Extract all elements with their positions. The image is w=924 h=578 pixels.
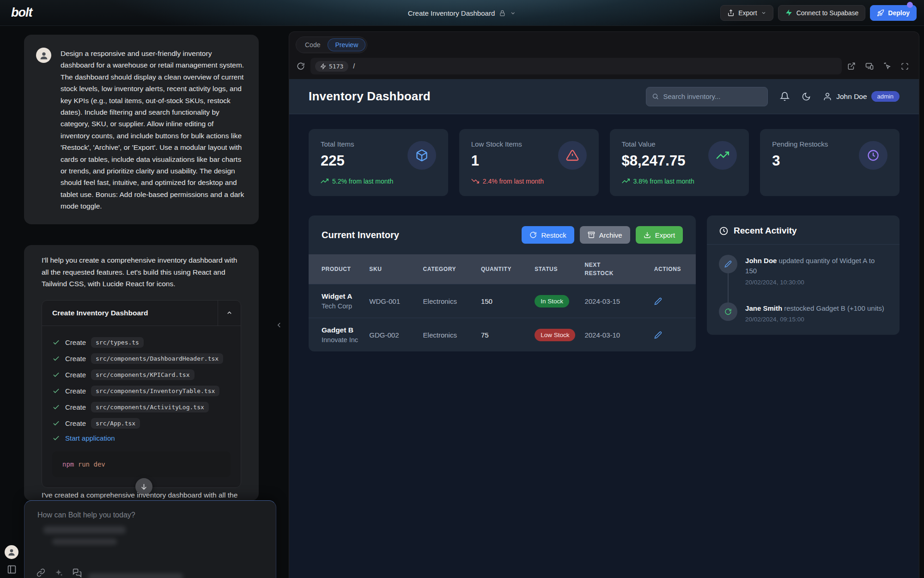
restock-button[interactable]: Restock [522,226,574,244]
preview-panel: Code Preview 5173 / [289,31,919,578]
top-bar: bolt Create Inventory Dashboard Export C… [0,0,924,26]
reload-icon[interactable] [297,62,305,70]
assistant-intro-text: I'll help you create a comprehensive inv… [42,254,241,290]
export-csv-button[interactable]: Export [636,226,683,244]
chevron-down-icon [761,10,766,16]
archive-icon [588,231,595,239]
user-avatar [36,48,51,63]
file-chip[interactable]: src/components/KPICard.tsx [91,369,195,380]
activity-item: John Doe updated quantity of Widget A to… [719,255,888,302]
share-icon [727,9,735,17]
redacted-text [52,539,117,545]
role-badge: admin [871,91,900,102]
inventory-title: Current Inventory [322,230,399,240]
start-application-link[interactable]: Start application [65,434,115,442]
arrow-down-icon [140,483,148,491]
dark-mode-toggle-icon[interactable] [802,92,811,101]
column-header[interactable]: SKU [369,254,423,284]
port-pill[interactable]: 5173 [315,61,348,72]
devices-icon[interactable] [865,62,874,70]
chevron-down-icon [510,10,516,16]
open-external-icon[interactable] [847,62,856,70]
user-message: Design a responsive and user-friendly in… [24,35,259,224]
rocket-icon [877,9,884,17]
alert-triangle-icon [558,141,587,170]
column-header[interactable]: Status [535,254,584,284]
kpi-card-low-stock: Low Stock Items 1 2.4% from last month [459,129,599,196]
column-header[interactable]: Actions [654,254,696,284]
chat-panel: Design a responsive and user-friendly in… [0,26,289,578]
user-icon [823,92,832,101]
file-chip[interactable]: src/components/ActivityLog.tsx [91,402,209,412]
refresh-icon [529,231,537,239]
check-icon [52,403,60,411]
collapse-steps-button[interactable] [218,301,241,326]
pencil-icon [719,255,737,273]
builder-steps-card: Create Inventory Dashboard Create src/ty… [42,300,241,488]
connect-supabase-button[interactable]: Connect to Supabase [778,5,866,21]
check-icon [52,338,60,346]
fullscreen-icon[interactable] [901,62,909,70]
file-chip[interactable]: src/components/InventoryTable.tsx [91,386,219,396]
clock-icon [719,226,729,236]
column-header[interactable]: Next Restock [584,254,654,284]
user-message-text: Design a responsive and user-friendly in… [61,48,244,212]
kpi-card-pending-restocks: Pending Restocks 3 [760,129,900,196]
chat-input[interactable] [37,511,259,525]
archive-button[interactable]: Archive [580,226,630,244]
attach-link-icon[interactable] [36,568,45,578]
build-step: Create src/components/InventoryTable.tsx [52,383,231,399]
terminal-block: npm run dev [52,451,231,477]
project-title-menu[interactable]: Create Inventory Dashboard [408,0,516,26]
bolt-logo[interactable]: bolt [7,6,32,20]
project-title: Create Inventory Dashboard [408,9,495,17]
column-header[interactable]: Product [309,254,369,284]
chat-bubbles-icon[interactable] [73,568,82,578]
preview-app: Inventory Dashboard John Doe admin [289,79,919,578]
assistant-message: I'll help you create a comprehensive inv… [24,245,259,501]
check-icon [52,387,60,395]
bell-icon[interactable] [780,92,790,101]
user-menu[interactable]: John Doe admin [823,91,900,102]
column-header[interactable]: Category [423,254,481,284]
user-name: John Doe [836,92,867,101]
account-avatar[interactable] [5,545,18,559]
sparkles-icon[interactable] [55,568,63,578]
search-input[interactable] [663,92,762,100]
terminal-command: npm [62,461,74,468]
column-header[interactable]: Quantity [481,254,535,284]
chevron-left-icon [275,321,283,329]
tab-preview[interactable]: Preview [328,38,365,51]
code-preview-toggle: Code Preview [296,37,367,53]
search-icon [652,92,659,100]
edit-row-button[interactable] [654,297,685,305]
collapse-chat-button[interactable] [275,321,283,329]
inspect-cursor-icon[interactable] [883,62,892,70]
file-chip[interactable]: src/App.tsx [91,418,140,429]
file-chip[interactable]: src/components/DashboardHeader.tsx [91,353,223,364]
build-step: Create src/components/KPICard.tsx [52,367,231,383]
activity-title: Recent Activity [734,226,797,236]
inventory-table: Product SKU Category Quantity Status Nex… [309,254,696,351]
build-step: Create src/types.ts [52,334,231,350]
dashboard-header: Inventory Dashboard John Doe admin [289,79,919,114]
inventory-search [646,87,768,106]
export-button[interactable]: Export [720,5,773,21]
build-step: Create src/App.tsx [52,415,231,431]
trend-up-icon [321,177,328,185]
tab-code[interactable]: Code [298,38,328,51]
download-icon [644,231,651,239]
sidebar-toggle-icon[interactable] [7,565,17,574]
file-chip[interactable]: src/types.ts [91,337,144,348]
address-bar[interactable]: 5173 / [310,58,842,74]
assistant-followup-text: I've created a comprehensive inventory d… [42,491,259,499]
clock-icon [859,141,888,170]
inventory-table-card: Current Inventory Restock Archive [309,215,696,351]
start-application-step: Start application [52,431,231,445]
status-badge: Low Stock [535,329,575,341]
edit-row-button[interactable] [654,331,685,339]
activity-timestamp: 20/02/2024, 09:15:00 [745,316,884,323]
dashboard-title: Inventory Dashboard [309,89,431,104]
check-icon [52,371,60,379]
kpi-card-total-items: Total Items 225 5.2% from last month [309,129,448,196]
